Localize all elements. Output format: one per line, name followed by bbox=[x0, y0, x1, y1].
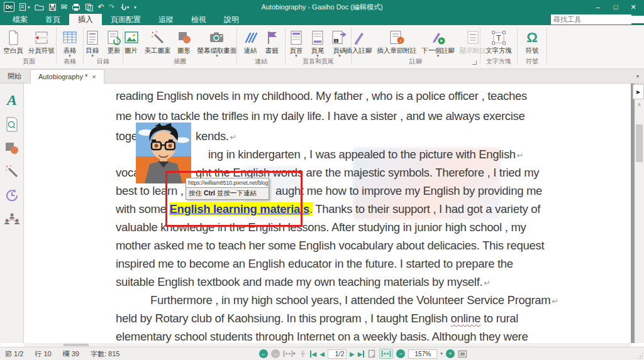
word-count: 字數: 815 bbox=[91, 349, 119, 359]
clipart-button[interactable]: 美工圖案 bbox=[143, 28, 173, 54]
document-tab-bar: 開始 Autobiography * × ▾ bbox=[0, 69, 644, 84]
undo-icon[interactable]: ↶ bbox=[98, 3, 104, 11]
screenshot-button[interactable]: 螢幕擷取畫面 ▾ bbox=[196, 28, 239, 58]
next-page-button[interactable]: ▶ bbox=[350, 351, 355, 357]
zoom-out-button[interactable]: − bbox=[396, 349, 405, 358]
fullscreen-icon[interactable] bbox=[458, 350, 467, 358]
doc-line: suitable English textbook and made my ow… bbox=[116, 275, 491, 291]
doc-line: mother asked me to teach her some Englis… bbox=[116, 238, 544, 253]
link-button[interactable]: 連結 bbox=[240, 28, 260, 54]
shapes-button[interactable]: 圖形 bbox=[174, 28, 194, 54]
svg-text:T: T bbox=[496, 33, 501, 43]
page-break-button[interactable]: 分頁符號 bbox=[26, 28, 57, 54]
ribbon: 空白頁 分頁符號 頁面 表格 ▾ 表格 目錄 ▾ 更新 目錄 bbox=[0, 25, 644, 69]
picture-icon bbox=[123, 29, 140, 46]
previous-page-button[interactable]: ◀ bbox=[319, 351, 325, 357]
minimize-button[interactable]: – bbox=[590, 1, 606, 13]
clipart-tool-icon[interactable] bbox=[0, 161, 24, 182]
tab-list-dropdown-icon[interactable]: ▾ bbox=[636, 74, 639, 79]
screenshot-icon bbox=[208, 29, 226, 46]
hyperlink-tooltip: https://william8510.pixnet.net/blog 按住 C… bbox=[186, 178, 269, 200]
update-toc-icon bbox=[106, 29, 122, 46]
next-footnote-button[interactable]: 下一個註腳 ▾ bbox=[419, 28, 457, 58]
back-view-button[interactable]: ← bbox=[259, 349, 268, 358]
ribbon-tabs: 檔案 首頁 插入 頁面配置 追蹤 檢視 說明 bbox=[4, 14, 248, 25]
textbox-button[interactable]: T 文字方塊 bbox=[484, 28, 514, 54]
open-icon[interactable] bbox=[35, 3, 44, 11]
single-page-view-icon[interactable] bbox=[367, 349, 376, 358]
show-notes-icon bbox=[465, 29, 481, 46]
picture-button[interactable]: 圖片 bbox=[121, 28, 142, 54]
insert-footnote-button[interactable]: 插入註腳 bbox=[343, 28, 374, 54]
link-icon bbox=[242, 29, 258, 46]
toc-button[interactable]: 目錄 ▾ bbox=[82, 28, 103, 58]
save-icon[interactable] bbox=[48, 3, 57, 11]
email-icon[interactable]: ✉ bbox=[61, 3, 67, 11]
tab-file[interactable]: 檔案 bbox=[4, 14, 36, 25]
zoom-dropdown-icon[interactable]: ▾ bbox=[440, 351, 443, 356]
textbox-icon: T bbox=[491, 29, 507, 46]
fit-mode-icon[interactable]: ▾ bbox=[283, 350, 296, 357]
section-indicator: 節 1/2 bbox=[5, 349, 23, 359]
customize-qat-icon[interactable]: ▾ bbox=[133, 5, 136, 9]
search-document-icon[interactable] bbox=[0, 114, 24, 134]
vertical-scrollbar[interactable] bbox=[635, 84, 644, 343]
tab-document[interactable]: Autobiography * × bbox=[30, 69, 104, 84]
redo-icon[interactable]: ↷ bbox=[109, 3, 115, 11]
tab-view[interactable]: 檢視 bbox=[182, 14, 215, 25]
blank-page-button[interactable]: 空白頁 bbox=[1, 28, 25, 54]
group-table: 表格 ▾ 表格 bbox=[58, 28, 82, 67]
tab-page-layout[interactable]: 頁面配置 bbox=[102, 14, 150, 25]
page-number-input[interactable] bbox=[330, 351, 338, 357]
zoom-level-box[interactable]: 157% bbox=[408, 349, 437, 359]
footer-button[interactable]: 頁尾 ▾ bbox=[308, 28, 328, 58]
tab-track[interactable]: 追蹤 bbox=[150, 14, 182, 25]
header-button[interactable]: 頁首 ▾ bbox=[286, 28, 306, 58]
doc-line: toge bbox=[116, 129, 138, 144]
search-input[interactable] bbox=[551, 16, 644, 23]
org-chart-tool-icon[interactable] bbox=[0, 209, 24, 229]
last-page-button[interactable]: ▶ bbox=[358, 351, 365, 357]
insert-endnote-icon: i bbox=[388, 29, 406, 46]
shapes-tool-icon[interactable] bbox=[0, 138, 24, 158]
page-number-box[interactable]: /2 bbox=[328, 349, 347, 359]
vertical-scroll-thumb[interactable] bbox=[636, 124, 643, 162]
split-view-icon[interactable] bbox=[299, 350, 307, 357]
left-sidebar: A bbox=[0, 84, 24, 343]
zoom-in-button[interactable]: + bbox=[446, 349, 455, 358]
table-button[interactable]: 表格 ▾ bbox=[60, 28, 80, 58]
document-page[interactable]: reading English novels in my childhood. … bbox=[25, 84, 631, 343]
close-button[interactable]: ✕ bbox=[625, 1, 641, 13]
paragraph-mark: ↵ bbox=[552, 297, 558, 306]
fit-width-view-icon[interactable] bbox=[379, 349, 393, 359]
tab-home[interactable]: 首頁 bbox=[36, 14, 69, 25]
footer-icon bbox=[309, 29, 326, 46]
font-tool-icon[interactable]: A bbox=[0, 90, 24, 110]
panel-expand-button[interactable]: ▶ bbox=[633, 84, 644, 99]
horizontal-scroll-thumb[interactable] bbox=[64, 344, 89, 346]
scroll-up-icon[interactable]: ∧ bbox=[635, 102, 643, 107]
new-document-icon[interactable]: ▾ bbox=[19, 3, 30, 11]
footnotes-dialog-launcher-icon[interactable] bbox=[472, 60, 477, 65]
maximize-button[interactable]: □ bbox=[608, 1, 624, 13]
doc-line: aught me how to improve my English by pr… bbox=[275, 183, 542, 199]
group-header-footer: 頁首 ▾ 頁尾 ▾ 1 頁碼 ▾ 頁首和頁尾 bbox=[287, 28, 350, 67]
symbol-button[interactable]: Ω 符號 bbox=[524, 28, 541, 54]
touch-mode-icon[interactable]: ▾ bbox=[119, 3, 130, 11]
search-box[interactable] bbox=[551, 14, 631, 25]
tab-help[interactable]: 說明 bbox=[215, 14, 248, 25]
collapse-ribbon-icon[interactable]: ∧ bbox=[637, 15, 641, 21]
tab-start[interactable]: 開始 bbox=[0, 69, 29, 84]
group-links: 連結 書籤 連結 bbox=[238, 28, 284, 67]
close-document-icon[interactable]: × bbox=[92, 73, 96, 80]
resize-grip[interactable] bbox=[636, 352, 643, 359]
first-page-button[interactable]: ◀ bbox=[310, 351, 317, 357]
bookmark-button[interactable]: 書籤 bbox=[262, 28, 282, 54]
forward-view-button[interactable]: → bbox=[271, 349, 280, 358]
insert-endnote-button[interactable]: i 插入章節附註 bbox=[375, 28, 418, 54]
print-icon[interactable] bbox=[72, 3, 80, 11]
history-tool-icon[interactable] bbox=[0, 185, 24, 205]
next-footnote-icon bbox=[430, 29, 447, 46]
tab-insert[interactable]: 插入 bbox=[69, 14, 102, 25]
print-setup-icon[interactable] bbox=[85, 3, 94, 11]
